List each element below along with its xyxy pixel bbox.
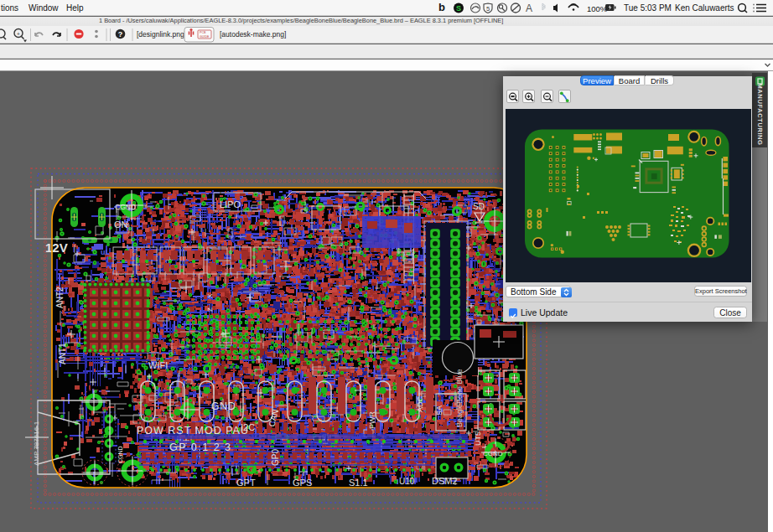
svg-text:CGND: CGND xyxy=(117,446,123,463)
svg-text:ANT2: ANT2 xyxy=(55,287,65,308)
svg-text:Z: Z xyxy=(206,307,214,312)
svg-text:A: A xyxy=(526,3,532,14)
svg-text:?: ? xyxy=(118,30,123,39)
svg-text:[designlink.png]: [designlink.png] xyxy=(137,30,186,39)
svg-text:ANT1: ANT1 xyxy=(58,343,67,364)
svg-text:S: S xyxy=(456,4,461,13)
svg-text:PCB: PCB xyxy=(200,31,206,34)
svg-text:SA: SA xyxy=(435,405,444,416)
svg-text:X: X xyxy=(206,293,214,298)
svg-text:uL: uL xyxy=(101,248,110,256)
svg-text:[autodesk-make.png]: [autodesk-make.png] xyxy=(220,30,286,39)
svg-text:BeagleBone Blue: BeagleBone Blue xyxy=(455,369,464,427)
svg-text:GUIDE: GUIDE xyxy=(200,35,210,39)
svg-text:GND: GND xyxy=(211,400,236,412)
svg-text:WIFI: WIFI xyxy=(148,360,168,370)
svg-text:PWR: PWR xyxy=(368,411,376,429)
svg-text:UT5: UT5 xyxy=(474,431,482,446)
svg-text:12V: 12V xyxy=(45,240,68,255)
svg-text:+: + xyxy=(17,31,20,37)
svg-text:5: 5 xyxy=(486,5,490,13)
svg-text:S1.1: S1.1 xyxy=(349,478,368,488)
svg-text:DSM2: DSM2 xyxy=(432,476,458,486)
svg-text:ADC: ADC xyxy=(416,395,424,412)
svg-text:CGND: CGND xyxy=(115,203,136,211)
svg-text:LIPO: LIPO xyxy=(220,199,241,209)
svg-text:GP0: GP0 xyxy=(271,449,280,466)
svg-text:AMP 787616-1: AMP 787616-1 xyxy=(33,421,40,466)
svg-text:GPT: GPT xyxy=(236,478,256,488)
svg-text:CGND: CGND xyxy=(483,450,503,457)
svg-text:U10: U10 xyxy=(399,477,415,486)
svg-text:ON: ON xyxy=(114,220,128,230)
svg-text:I2C: I2C xyxy=(241,422,255,432)
svg-text:SD: SD xyxy=(473,202,485,211)
svg-text:GP 0 1 2 3: GP 0 1 2 3 xyxy=(169,442,232,453)
svg-text:POW RST MOD PAU: POW RST MOD PAU xyxy=(137,425,249,436)
svg-text:GPS: GPS xyxy=(293,478,312,488)
